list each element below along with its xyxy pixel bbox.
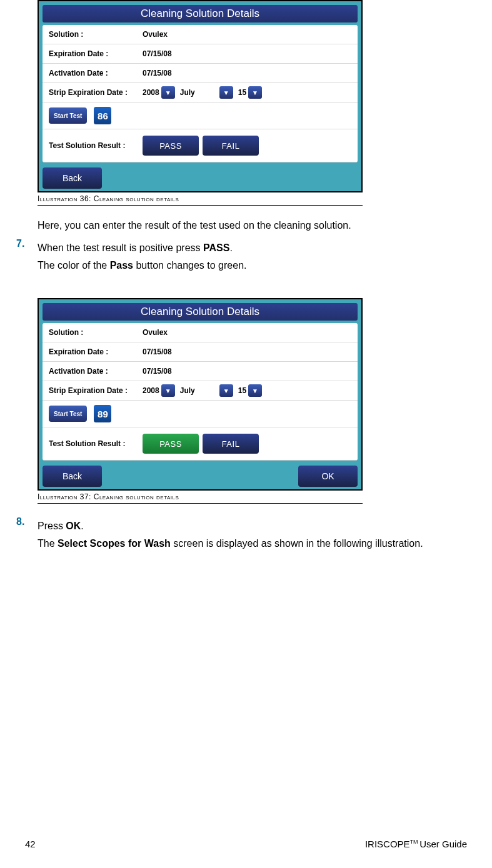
illustration-36-caption: Illustration 36: Cleaning solution detai… (38, 192, 363, 206)
solution-label: Solution : (49, 328, 143, 337)
caption-prefix: Illustration (38, 194, 80, 203)
caption-text: : Cleaning solution details (89, 194, 179, 203)
fail-button[interactable]: FAIL (203, 434, 259, 454)
activation-label: Activation Date : (49, 367, 143, 376)
day-select[interactable]: 15 ▼ (238, 86, 262, 99)
month-select[interactable]: July ▼ (180, 384, 233, 397)
chevron-down-icon: ▼ (219, 86, 233, 99)
chevron-down-icon: ▼ (161, 86, 175, 99)
pass-button[interactable]: PASS (143, 136, 199, 156)
year-select[interactable]: 2008 ▼ (143, 86, 175, 99)
day-value: 15 (238, 88, 246, 97)
solution-value: Ovulex (143, 30, 168, 39)
back-button[interactable]: Back (43, 466, 102, 487)
row-solution: Solution : Ovulex (43, 323, 358, 342)
trademark-symbol: TM (410, 839, 420, 845)
row-expiration: Expiration Date : 07/15/08 (43, 44, 358, 64)
year-value: 2008 (143, 386, 159, 395)
row-strip-expiration: Strip Expiration Date : 2008 ▼ July ▼ 15… (43, 83, 358, 102)
activation-value: 07/15/08 (143, 69, 172, 77)
day-select[interactable]: 15 ▼ (238, 384, 262, 397)
step-number: 7. (16, 238, 38, 276)
strip-label: Strip Expiration Date : (49, 88, 143, 97)
chevron-down-icon: ▼ (248, 86, 262, 99)
caption-number: 36 (80, 194, 89, 203)
expiration-value: 07/15/08 (143, 49, 172, 58)
chevron-down-icon: ▼ (219, 384, 233, 397)
ok-button[interactable]: OK (298, 466, 358, 487)
brand-name: IRISCOPE (365, 839, 410, 849)
fail-button[interactable]: FAIL (203, 136, 259, 156)
expiration-value: 07/15/08 (143, 347, 172, 356)
row-expiration: Expiration Date : 07/15/08 (43, 342, 358, 362)
row-start-test: Start Test 86 (43, 102, 358, 129)
year-value: 2008 (143, 88, 159, 97)
dialog-title: Cleaning Solution Details (43, 303, 358, 321)
intro-paragraph: Here, you can enter the result of the te… (38, 218, 467, 233)
pass-keyword: Pass (110, 260, 133, 271)
text: screen is displayed as shown in the foll… (171, 538, 423, 549)
countdown-badge: 89 (93, 404, 112, 423)
result-label: Test Solution Result : (49, 439, 143, 448)
row-solution: Solution : Ovulex (43, 25, 358, 44)
step-8: 8. Press OK. The Select Scopes for Wash … (38, 516, 467, 554)
screen-name-keyword: Select Scopes for Wash (58, 538, 171, 549)
chevron-down-icon: ▼ (161, 384, 175, 397)
row-activation: Activation Date : 07/15/08 (43, 64, 358, 83)
row-activation: Activation Date : 07/15/08 (43, 362, 358, 381)
activation-value: 07/15/08 (143, 367, 172, 376)
text: button changes to green. (133, 260, 246, 271)
row-start-test: Start Test 89 (43, 401, 358, 427)
row-result: Test Solution Result : PASS FAIL (43, 427, 358, 460)
brand-text: IRISCOPETM User Guide (365, 839, 467, 849)
illustration-37-caption: Illustration 37: Cleaning solution detai… (38, 491, 363, 504)
month-select[interactable]: July ▼ (180, 86, 233, 99)
step-7: 7. When the test result is positive pres… (38, 238, 467, 276)
illustration-37-frame: Cleaning Solution Details Solution : Ovu… (38, 298, 363, 491)
solution-value: Ovulex (143, 328, 168, 337)
page-footer: 42 IRISCOPETM User Guide (25, 839, 467, 849)
brand-suffix: User Guide (419, 839, 467, 849)
bottom-bar: Back OK (39, 461, 361, 489)
text: The (38, 538, 58, 549)
countdown-badge: 86 (93, 106, 112, 125)
form-panel: Solution : Ovulex Expiration Date : 07/1… (43, 25, 358, 162)
step-number: 8. (16, 516, 38, 554)
year-select[interactable]: 2008 ▼ (143, 384, 175, 397)
text: . (229, 242, 232, 253)
row-result: Test Solution Result : PASS FAIL (43, 129, 358, 162)
form-panel: Solution : Ovulex Expiration Date : 07/1… (43, 323, 358, 461)
bottom-bar: Back (39, 162, 361, 191)
step-body: Press OK. The Select Scopes for Wash scr… (38, 516, 423, 554)
text: When the test result is positive press (38, 242, 203, 253)
month-value: July (180, 386, 218, 395)
illustration-36-frame: Cleaning Solution Details Solution : Ovu… (38, 0, 363, 192)
day-value: 15 (238, 386, 246, 395)
step-body: When the test result is positive press P… (38, 238, 246, 276)
chevron-down-icon: ▼ (248, 384, 262, 397)
back-button[interactable]: Back (43, 167, 102, 189)
text: . (81, 521, 83, 531)
expiration-label: Expiration Date : (49, 347, 143, 356)
caption-number: 37 (80, 492, 89, 501)
text: The color of the (38, 260, 110, 271)
caption-text: : Cleaning solution details (89, 492, 179, 501)
month-value: July (180, 88, 218, 97)
dialog-title: Cleaning Solution Details (43, 5, 358, 22)
start-test-button[interactable]: Start Test (49, 406, 87, 422)
row-strip-expiration: Strip Expiration Date : 2008 ▼ July ▼ 15… (43, 381, 358, 401)
pass-button[interactable]: PASS (143, 434, 199, 454)
strip-label: Strip Expiration Date : (49, 386, 143, 395)
caption-prefix: Illustration (38, 492, 80, 501)
page-number: 42 (25, 839, 36, 849)
pass-keyword: PASS (203, 242, 229, 253)
start-test-button[interactable]: Start Test (49, 107, 87, 124)
activation-label: Activation Date : (49, 69, 143, 77)
ok-keyword: OK (66, 521, 81, 531)
result-label: Test Solution Result : (49, 141, 143, 150)
text: Press (38, 521, 66, 531)
solution-label: Solution : (49, 30, 143, 39)
expiration-label: Expiration Date : (49, 49, 143, 58)
